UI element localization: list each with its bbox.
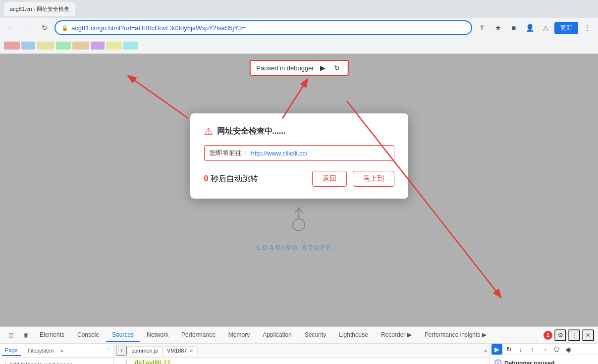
- sources-tab-filesystem[interactable]: Filesystem: [25, 346, 57, 356]
- address-bar[interactable]: [71, 24, 465, 32]
- loading-text: LOADING STUFF...: [257, 244, 342, 252]
- back-button[interactable]: ←: [4, 21, 18, 35]
- devtools-settings-btn[interactable]: ⚙: [554, 329, 566, 341]
- tab-network[interactable]: Network: [141, 328, 174, 342]
- tab-recorder[interactable]: Recorder ▶: [375, 328, 418, 342]
- share-button[interactable]: ⇧: [475, 21, 489, 35]
- tab-bar: acg81.cn - 网址安全检查: [0, 0, 598, 18]
- sources-actions[interactable]: ⋮: [106, 347, 111, 354]
- bookmark-chip-1[interactable]: [4, 42, 20, 50]
- svg-line-5: [129, 76, 188, 118]
- tab-elements[interactable]: Elements: [34, 328, 70, 342]
- tab-memory[interactable]: Memory: [222, 328, 256, 342]
- goto-button[interactable]: 马上到: [353, 171, 394, 187]
- update-button[interactable]: 更新: [554, 22, 578, 34]
- counter-text: 0 秒后自动跳转: [204, 174, 258, 184]
- code-tabs: + common.js VM1887 ✕ »: [114, 344, 489, 358]
- bookmark-chip-2[interactable]: [21, 42, 35, 50]
- sync-button[interactable]: △: [539, 21, 552, 35]
- svg-point-0: [293, 219, 305, 231]
- page-area: Paused in debugger ▶ ↻ ⚠ 网址安全检查中...... 您…: [0, 54, 598, 326]
- devtools-close-btn[interactable]: ✕: [582, 329, 594, 341]
- svg-line-2: [295, 208, 299, 213]
- new-tab-btn[interactable]: +: [116, 346, 127, 356]
- bookmark-chip-4[interactable]: [56, 42, 71, 50]
- code-more[interactable]: »: [484, 348, 487, 354]
- bookmark-button[interactable]: ★: [491, 21, 505, 35]
- svg-line-6: [282, 80, 307, 118]
- debugger-banner: Paused in debugger ▶ ↻: [249, 60, 348, 76]
- lock-icon: 🔒: [61, 25, 68, 31]
- devtools-tab-icons: 1 ⚙ ⋮ ✕: [544, 329, 594, 341]
- close-tab-btn[interactable]: ✕: [189, 348, 193, 354]
- dbg-step-into-btn[interactable]: ↓: [515, 344, 526, 355]
- debugger-status: ⓘ Debugger paused: [489, 355, 598, 364]
- sources-tabs: Page Filesystem » ⋮: [0, 344, 113, 358]
- devtools-dock-btn[interactable]: ◫: [4, 328, 18, 342]
- dialog-counter-row: 0 秒后自动跳转 返回 马上到: [204, 171, 394, 187]
- sources-tab-page[interactable]: Page: [2, 345, 21, 356]
- debugger-banner-text: Paused in debugger: [256, 64, 314, 72]
- dbg-step-out-btn[interactable]: ↑: [527, 344, 538, 355]
- toolbar-right: ⇧ ★ ■ 👤 △ 更新 ⋮: [475, 21, 594, 35]
- devtools-more-btn[interactable]: ⋮: [568, 329, 580, 341]
- extension-button[interactable]: ■: [507, 21, 521, 35]
- resume-button[interactable]: ▶: [318, 63, 328, 73]
- tab-performance[interactable]: Performance: [175, 328, 221, 342]
- loading-figure: [284, 203, 314, 238]
- tab-lighthouse[interactable]: Lighthouse: [333, 328, 374, 342]
- file-name-vm: VM1887: [167, 348, 187, 354]
- tab-security[interactable]: Security: [299, 328, 332, 342]
- debugger-paused-label: Debugger paused: [504, 360, 554, 364]
- tab-label: acg81.cn - 网址安全检查: [10, 5, 69, 13]
- line-number: 1: [118, 360, 128, 364]
- tab-sources[interactable]: Sources: [106, 328, 140, 342]
- dialog-title-row: ⚠ 网址安全检查中......: [204, 125, 394, 137]
- dbg-step-btn[interactable]: →: [539, 344, 550, 355]
- browser-tab[interactable]: acg81.cn - 网址安全检查: [4, 2, 75, 16]
- devtools-tabs: ◫ ▣ Elements Console Sources Network Per…: [0, 327, 598, 344]
- bookmark-chip-6[interactable]: [91, 42, 105, 50]
- url-link[interactable]: http://www.cilicili.cc/: [251, 150, 308, 157]
- devtools-body: Page Filesystem » ⋮ + Add folder to work…: [0, 344, 598, 364]
- bookmark-chip-8[interactable]: [123, 42, 138, 50]
- error-badge: 1: [544, 331, 552, 340]
- code-area: + common.js VM1887 ✕ » 1 delayURL(): [114, 344, 489, 364]
- add-folder[interactable]: + Add folder to workspace: [4, 360, 109, 364]
- code-content: 1 delayURL(): [114, 358, 489, 364]
- security-dialog: ⚠ 网址安全检查中...... 您即将前往： http://www.cilici…: [190, 113, 408, 199]
- forward-button[interactable]: →: [21, 21, 35, 35]
- counter-suffix: 秒后自动跳转: [211, 174, 258, 183]
- toolbar: ← → ↻ 🔒 ⇧ ★ ■ 👤 △ 更新 ⋮: [0, 18, 598, 38]
- dbg-resume-btn[interactable]: ▶: [491, 344, 502, 355]
- debugger-panel: ▶ ↻ ↓ ↑ → ⎔ ◉ ⓘ Debugger paused ▶ Watch: [489, 344, 598, 364]
- dbg-pause-exceptions-btn[interactable]: ◉: [563, 344, 574, 355]
- devtools-undock-btn[interactable]: ▣: [19, 328, 33, 342]
- tab-performance-insights[interactable]: Performance insights ▶: [419, 328, 492, 342]
- sources-sidebar: Page Filesystem » ⋮ + Add folder to work…: [0, 344, 114, 364]
- step-button[interactable]: ↻: [332, 63, 342, 73]
- tab-console[interactable]: Console: [71, 328, 105, 342]
- dialog-title: 网址安全检查中......: [217, 126, 286, 137]
- dbg-deactivate-btn[interactable]: ⎔: [551, 344, 562, 355]
- bookmark-chip-5[interactable]: [72, 42, 89, 50]
- profile-button[interactable]: 👤: [523, 21, 537, 35]
- bookmark-chip-7[interactable]: [106, 42, 122, 50]
- debugger-status-title: ⓘ Debugger paused: [494, 359, 593, 364]
- sources-tree: + Add folder to workspace: [0, 358, 113, 364]
- svg-line-3: [299, 208, 303, 213]
- dbg-step-over-btn[interactable]: ↻: [503, 344, 514, 355]
- reload-button[interactable]: ↻: [38, 21, 52, 35]
- menu-button[interactable]: ⋮: [580, 21, 594, 35]
- back-button-dialog[interactable]: 返回: [312, 171, 347, 187]
- sources-more[interactable]: »: [60, 348, 63, 354]
- bookmark-chip-3[interactable]: [37, 42, 54, 50]
- browser-chrome: acg81.cn - 网址安全检查 ← → ↻ 🔒 ⇧ ★ ■ 👤 △ 更新 ⋮: [0, 0, 598, 54]
- file-name-common: common.js: [131, 348, 158, 354]
- code-file-tab-vm[interactable]: VM1887 ✕: [163, 346, 198, 355]
- dialog-buttons: 返回 马上到: [312, 171, 394, 187]
- tab-application[interactable]: Application: [257, 328, 298, 342]
- code-file-tab-common[interactable]: common.js: [127, 346, 162, 355]
- devtools-panel: ◫ ▣ Elements Console Sources Network Per…: [0, 326, 598, 364]
- url-label: 您即将前往：: [210, 149, 248, 157]
